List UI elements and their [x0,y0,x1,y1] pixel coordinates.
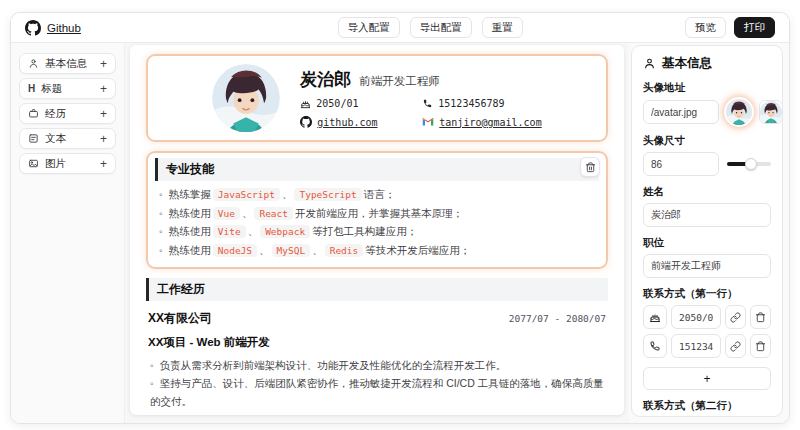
sidebar-item-label: 经历 [45,107,66,121]
work-bullets: 负责从需求分析到前端架构设计、功能开发及性能优化的全流程开发工作。 坚持与产品、… [146,352,608,416]
contact-birthday: 2050/01 [300,98,418,109]
basic-info-edit-panel: 基本信息 头像地址 头像尺寸 [631,45,783,417]
name-input[interactable] [643,203,771,227]
app-screenshot: Github 导入配置 导出配置 重置 预览 打印 基本信息 + [0,0,800,430]
position-input[interactable] [643,254,771,278]
link-button[interactable] [725,334,746,358]
skill-item: 熟练使用NodeJS、MySQL、Redis等技术开发后端应用； [159,241,595,260]
avatar-thumb-circle[interactable] [726,99,752,125]
trash-icon [585,162,596,173]
company-name: XX有限公司 [148,310,212,327]
phone-icon [649,340,661,352]
github-logo-icon [25,20,41,36]
avatar-thumb-square[interactable] [759,100,783,124]
delete-row-button[interactable] [750,305,771,329]
resume-basic-info-section[interactable]: 炭治郎 前端开发工程师 2050/01 [146,54,608,142]
sidebar-item-image[interactable]: 图片 + [19,153,116,174]
add-module-icon[interactable]: + [100,107,107,121]
resume-paper: 炭治郎 前端开发工程师 2050/01 [130,45,624,415]
work-period: 2077/07 - 2080/07 [509,313,606,324]
import-config-button[interactable]: 导入配置 [338,17,400,38]
sidebar-item-label: 基本信息 [45,57,87,71]
output-actions: 预览 打印 [685,17,775,38]
export-config-button[interactable]: 导出配置 [410,17,472,38]
add-module-icon[interactable]: + [100,157,107,171]
icon-picker-button[interactable] [643,305,667,329]
trash-icon [755,312,766,323]
skills-heading: 专业技能 [155,158,599,181]
app-window: Github 导入配置 导出配置 重置 预览 打印 基本信息 + [10,12,790,424]
skill-item: 熟练使用Vue、React开发前端应用，并掌握其基本原理； [159,204,595,223]
sidebar-item-text[interactable]: 文本 + [19,128,116,149]
user-icon [643,57,656,70]
phone-icon [422,98,433,109]
skills-list: 熟练掌握JavaScript、TypeScript语言； 熟练使用Vue、Rea… [155,181,599,260]
link-icon [730,341,741,352]
icon-picker-button[interactable] [643,334,667,358]
name-label: 姓名 [643,185,771,199]
github-link[interactable]: Github [47,22,81,34]
contact-phone: 15123456789 [422,98,541,109]
resume-skills-section[interactable]: 专业技能 熟练掌握JavaScript、TypeScript语言； 熟练使用Vu… [146,151,608,269]
contact-field-row [643,305,771,329]
config-actions: 导入配置 导出配置 重置 [175,17,685,38]
sidebar-item-basic-info[interactable]: 基本信息 + [19,53,116,74]
sidebar-item-label: 图片 [45,157,66,171]
cake-icon [300,98,311,109]
work-heading: 工作经历 [146,278,608,301]
skill-item: 熟练使用Vite、Webpack等打包工具构建应用； [159,222,595,241]
basic-info-text: 炭治郎 前端开发工程师 2050/01 [300,68,541,128]
link-icon [730,312,741,323]
image-icon [28,158,39,169]
add-contact-button[interactable]: + [643,367,771,390]
resume-work-section[interactable]: 工作经历 XX有限公司 2077/07 - 2080/07 XX项目 - Web… [146,278,608,416]
print-button[interactable]: 打印 [734,17,775,38]
main-body: 基本信息 + H 标题 + 经历 + [11,43,789,423]
skill-item: 熟练掌握JavaScript、TypeScript语言； [159,185,595,204]
trash-icon [755,341,766,352]
contact-github-link[interactable]: github.com [300,116,418,128]
resume-name: 炭治郎 [300,68,351,91]
module-sidebar: 基本信息 + H 标题 + 经历 + [11,43,125,423]
text-icon [28,133,39,144]
brand: Github [25,20,175,36]
sidebar-item-heading[interactable]: H 标题 + [19,78,116,99]
sidebar-item-experience[interactable]: 经历 + [19,103,116,124]
contact-row1-label: 联系方式（第一行） [643,287,771,301]
delete-row-button[interactable] [750,334,771,358]
link-button[interactable] [725,305,746,329]
position-label: 职位 [643,236,771,250]
contact-row2-label: 联系方式（第二行） [643,399,771,413]
delete-section-button[interactable] [580,157,600,177]
sidebar-item-label: 标题 [41,82,62,96]
contact-value-input[interactable] [671,334,721,358]
resume-canvas: 炭治郎 前端开发工程师 2050/01 [125,43,629,423]
avatar-url-input[interactable] [643,100,719,124]
sidebar-item-label: 文本 [45,132,66,146]
work-bullet: 坚持与产品、设计、后端团队紧密协作，推动敏捷开发流程和 CI/CD 工具链的落地… [150,374,604,411]
slider-thumb[interactable] [745,158,757,170]
avatar-size-input[interactable] [643,152,719,176]
add-module-icon[interactable]: + [100,132,107,146]
panel-title: 基本信息 [643,55,771,72]
reset-button[interactable]: 重置 [482,17,523,38]
work-bullet: 通过深入研究用户体验和前端性能，成功优化支付流程页面，提升了用户转化率和支付成功… [150,411,604,415]
contact-email-link[interactable]: tanjiro@gmail.com [422,116,541,128]
cake-icon [649,311,661,323]
preview-button[interactable]: 预览 [685,17,726,38]
avatar-size-label: 头像尺寸 [643,134,771,148]
user-icon [28,58,39,69]
github-icon [300,116,312,128]
briefcase-icon [28,108,39,119]
add-module-icon[interactable]: + [100,57,107,71]
avatar-url-label: 头像地址 [643,81,771,95]
top-toolbar: Github 导入配置 导出配置 重置 预览 打印 [11,13,789,43]
gmail-icon [422,116,434,128]
contact-field-row [643,334,771,358]
contact-value-input[interactable] [671,305,721,329]
avatar-size-slider[interactable] [727,162,771,166]
project-title: XX项目 - Web 前端开发 [148,335,606,350]
heading-icon: H [28,83,35,94]
add-module-icon[interactable]: + [100,82,107,96]
work-bullet: 负责从需求分析到前端架构设计、功能开发及性能优化的全流程开发工作。 [150,356,604,374]
